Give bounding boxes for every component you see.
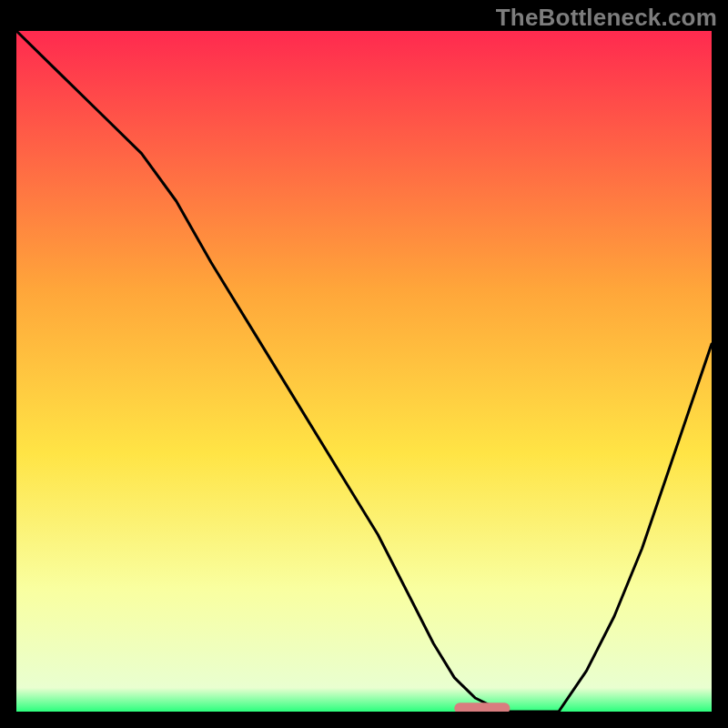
plot-area <box>16 31 712 712</box>
chart-frame: TheBottleneck.com <box>0 0 728 728</box>
watermark-label: TheBottleneck.com <box>496 4 717 32</box>
optimal-marker <box>454 703 510 712</box>
bottleneck-chart-svg <box>16 31 712 712</box>
